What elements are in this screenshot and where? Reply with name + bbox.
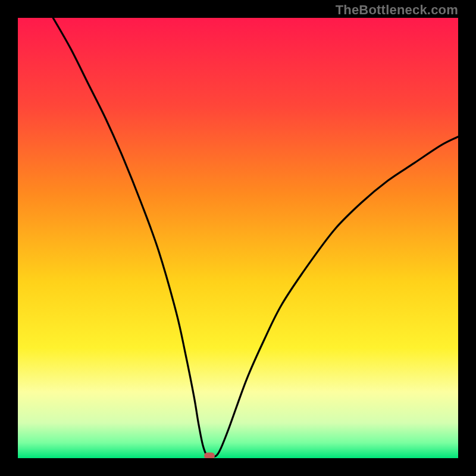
minimum-marker xyxy=(204,452,215,458)
watermark-text: TheBottleneck.com xyxy=(336,2,458,18)
bottleneck-curve xyxy=(18,18,458,458)
chart-frame: TheBottleneck.com xyxy=(0,0,476,476)
plot-area xyxy=(18,18,458,458)
